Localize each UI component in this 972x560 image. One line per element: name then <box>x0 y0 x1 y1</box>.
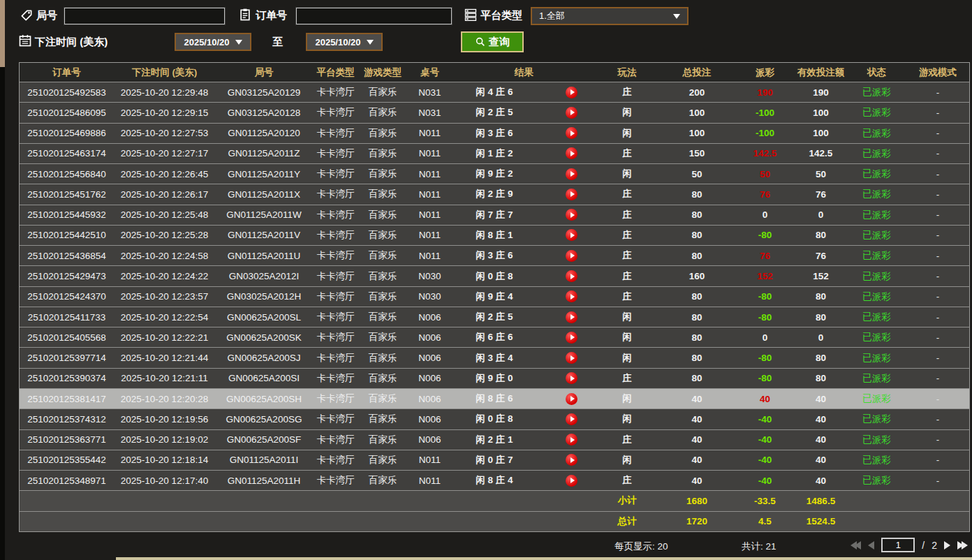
bet-time-cell: 2025-10-20 12:29:48 <box>114 82 215 102</box>
table-row[interactable]: 251020125445932 2025-10-20 12:25:48 GN01… <box>20 205 969 225</box>
valid-bet-cell: 80 <box>795 369 847 388</box>
date-from-select[interactable]: 2025/10/20 <box>175 33 251 51</box>
table-row[interactable]: 251020125451762 2025-10-20 12:26:17 GN01… <box>20 184 969 204</box>
next-page-icon[interactable] <box>944 541 950 550</box>
play-video-icon[interactable] <box>566 311 577 323</box>
last-page-icon[interactable] <box>957 541 968 550</box>
game-type-cell: 百家乐 <box>358 164 407 184</box>
play-type-cell: 闲 <box>596 103 658 122</box>
play-video-icon[interactable] <box>566 413 577 425</box>
table-row[interactable]: 251020125463174 2025-10-20 12:27:17 GN01… <box>20 143 969 163</box>
play-video-icon[interactable] <box>566 454 577 466</box>
round-no-cell: GN00625A200SG <box>215 409 313 429</box>
payout-cell: -40 <box>735 471 795 490</box>
play-video-icon[interactable] <box>566 372 577 384</box>
table-row[interactable]: 251020125348971 2025-10-20 12:17:40 GN01… <box>20 470 969 490</box>
table-row[interactable]: 251020125469886 2025-10-20 12:27:53 GN01… <box>20 123 969 143</box>
play-video-icon[interactable] <box>566 168 577 180</box>
total-pages: 2 <box>932 540 937 551</box>
game-mode-cell: - <box>906 205 969 225</box>
play-type-cell: 庄 <box>596 184 658 204</box>
table-row[interactable]: 251020125411733 2025-10-20 12:22:54 GN00… <box>20 307 969 327</box>
round-no-input[interactable] <box>64 8 225 24</box>
round-no-cell: GN00625A200SK <box>215 327 313 347</box>
table-row[interactable]: 251020125436854 2025-10-20 12:24:58 GN01… <box>20 245 969 265</box>
game-type-cell: 百家乐 <box>358 327 407 347</box>
table-row[interactable]: 251020125374312 2025-10-20 12:19:56 GN00… <box>20 408 969 429</box>
table-footer: 每页显示: 20 共计: 21 / 2 <box>0 532 972 560</box>
table-no-cell: N011 <box>407 226 452 245</box>
play-video-icon[interactable] <box>566 270 577 282</box>
total-bet-cell: 200 <box>658 82 735 102</box>
play-video-icon[interactable] <box>566 250 577 262</box>
play-type-cell: 庄 <box>596 287 658 307</box>
table-row[interactable]: 251020125381417 2025-10-20 12:20:28 GN00… <box>20 388 969 408</box>
bet-time-cell: 2025-10-20 12:24:22 <box>114 266 215 286</box>
game-mode-cell: - <box>906 471 969 490</box>
table-row[interactable]: 251020125456840 2025-10-20 12:26:45 GN01… <box>20 163 969 184</box>
valid-bet-cell: 80 <box>795 287 847 307</box>
play-type-cell: 闲 <box>596 327 658 347</box>
table-no-cell: N006 <box>407 409 452 429</box>
play-video-icon[interactable] <box>566 475 577 487</box>
play-video-icon[interactable] <box>566 393 577 405</box>
table-row[interactable]: 251020125397714 2025-10-20 12:21:44 GN00… <box>20 347 969 367</box>
table-row[interactable]: 251020125355442 2025-10-20 12:18:14 GN01… <box>20 450 969 470</box>
table-row[interactable]: 251020125486095 2025-10-20 12:29:15 GN03… <box>20 102 969 122</box>
result-cell: 闲 1 庄 2 <box>452 144 596 163</box>
chevron-down-icon <box>673 14 680 19</box>
order-no-input[interactable] <box>296 8 452 24</box>
play-type-cell: 闲 <box>596 348 658 367</box>
bet-time-cell: 2025-10-20 12:24:58 <box>114 246 215 265</box>
valid-bet-cell: 40 <box>795 430 847 450</box>
total-bet-cell: 80 <box>658 307 735 327</box>
result-text: 闲 3 庄 6 <box>452 249 536 262</box>
game-type-cell: 百家乐 <box>358 124 407 143</box>
play-video-icon[interactable] <box>566 209 577 221</box>
col-header-game-mode: 游戏模式 <box>906 63 969 82</box>
table-no-cell: N011 <box>407 164 452 184</box>
prev-page-icon[interactable] <box>868 541 874 550</box>
play-video-icon[interactable] <box>566 229 577 241</box>
page-number-input[interactable] <box>881 538 915 552</box>
play-video-icon[interactable] <box>566 107 577 119</box>
game-type-cell: 百家乐 <box>358 348 407 367</box>
table-no-cell: N006 <box>407 348 452 367</box>
table-row[interactable]: 251020125424370 2025-10-20 12:23:57 GN03… <box>20 286 969 307</box>
table-row[interactable]: 251020125492583 2025-10-20 12:29:48 GN03… <box>20 82 969 102</box>
query-button[interactable]: 查询 <box>461 31 524 52</box>
payout-cell: -80 <box>735 369 795 388</box>
play-video-icon[interactable] <box>566 434 577 445</box>
platform-type-select[interactable]: 1.全部 <box>531 7 688 25</box>
order-number-cell: 251020125436854 <box>20 246 114 265</box>
payout-cell: 190 <box>735 82 795 102</box>
table-no-cell: N011 <box>407 246 452 265</box>
valid-bet-cell: 152 <box>795 266 847 286</box>
play-video-icon[interactable] <box>566 332 577 344</box>
first-page-icon[interactable] <box>850 541 861 550</box>
play-video-icon[interactable] <box>566 189 577 200</box>
table-row[interactable]: 251020125405568 2025-10-20 12:22:21 GN00… <box>20 327 969 347</box>
col-header-time: 下注时间 (美东) <box>114 63 215 82</box>
play-video-icon[interactable] <box>566 147 577 159</box>
play-video-icon[interactable] <box>566 127 577 139</box>
total-bet-cell: 80 <box>658 369 735 388</box>
date-to-select[interactable]: 2025/10/20 <box>306 33 383 51</box>
game-mode-cell: - <box>906 82 969 102</box>
payout-cell: -100 <box>735 124 795 143</box>
round-no-label: 局号 <box>36 8 57 22</box>
table-row[interactable]: 251020125390374 2025-10-20 12:21:11 GN00… <box>20 368 969 388</box>
play-video-icon[interactable] <box>566 87 577 98</box>
bet-time-cell: 2025-10-20 12:19:02 <box>114 430 215 450</box>
table-row[interactable]: 251020125429473 2025-10-20 12:24:22 GN03… <box>20 265 969 286</box>
table-row[interactable]: 251020125363771 2025-10-20 12:19:02 GN00… <box>20 429 969 450</box>
bet-time-cell: 2025-10-20 12:26:45 <box>114 164 215 184</box>
status-badge: 已派彩 <box>847 389 906 408</box>
play-video-icon[interactable] <box>566 290 577 302</box>
valid-bet-cell: 50 <box>795 164 847 184</box>
bet-time-cell: 2025-10-20 12:19:56 <box>114 409 215 429</box>
table-row[interactable]: 251020125442510 2025-10-20 12:25:28 GN01… <box>20 225 969 245</box>
game-type-cell: 百家乐 <box>358 307 407 327</box>
play-video-icon[interactable] <box>566 352 577 364</box>
total-bet-cell: 80 <box>658 287 735 307</box>
